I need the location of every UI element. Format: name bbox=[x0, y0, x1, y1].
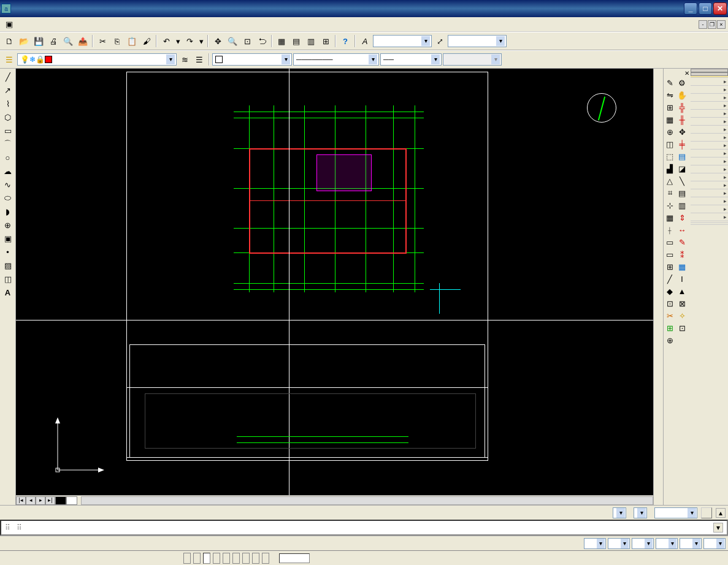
rt-walll-icon[interactable]: ╪ bbox=[676, 138, 688, 150]
menu-edit[interactable] bbox=[23, 23, 31, 26]
rt-slab2-icon[interactable]: ▤ bbox=[676, 150, 688, 162]
point-tool[interactable]: • bbox=[1, 245, 15, 259]
command-line[interactable]: ⠿ ⠿ ▾ bbox=[0, 520, 728, 536]
rt-other2-icon[interactable]: ⊠ bbox=[676, 297, 688, 309]
undo-button[interactable]: ↶ bbox=[159, 34, 173, 48]
plot-scale-combo[interactable] bbox=[634, 507, 647, 518]
menu-tstools[interactable] bbox=[141, 23, 148, 26]
dbconnect-button[interactable]: ⊞ bbox=[319, 34, 332, 48]
hscrollbar[interactable] bbox=[81, 496, 653, 505]
rt-rebar-icon[interactable]: ⊹ bbox=[664, 199, 676, 211]
tssd-item-column[interactable]: ▸ bbox=[691, 94, 728, 102]
scroll-up-icon[interactable]: ▴ bbox=[716, 508, 726, 518]
menu-zoom[interactable] bbox=[112, 23, 119, 26]
rt-found-icon[interactable]: △ bbox=[664, 175, 676, 187]
rt-symbol2-icon[interactable]: ✧ bbox=[676, 309, 688, 322]
combo-d[interactable] bbox=[656, 538, 678, 549]
menu-modify[interactable] bbox=[75, 23, 82, 26]
circle-tool[interactable]: ○ bbox=[1, 151, 15, 164]
tssd-item-stair[interactable]: ▸ bbox=[691, 126, 728, 134]
rt-pencil-icon[interactable]: ✎ bbox=[664, 77, 676, 89]
match-button[interactable]: 🖌 bbox=[140, 34, 153, 48]
rt-hand-icon[interactable]: ✋ bbox=[676, 89, 688, 101]
otrack-toggle[interactable] bbox=[232, 553, 240, 564]
new-button[interactable]: 🗋 bbox=[2, 34, 16, 48]
spline-tool[interactable]: ∿ bbox=[1, 178, 15, 191]
rt-move-icon[interactable]: ✥ bbox=[676, 126, 688, 138]
rt-beam-icon[interactable]: ⊕ bbox=[664, 126, 676, 138]
model-viewport[interactable] bbox=[16, 69, 653, 495]
tssd-item-wall[interactable]: ▸ bbox=[691, 110, 728, 118]
rt-col2-icon[interactable]: ╫ bbox=[676, 113, 688, 126]
hatch-tool[interactable]: ▨ bbox=[1, 259, 15, 272]
tssd-item-table[interactable]: ▸ bbox=[691, 189, 728, 197]
redo-dropdown[interactable]: ▾ bbox=[197, 34, 205, 48]
tssd-item-rebar[interactable]: ▸ bbox=[691, 150, 728, 157]
snap-toggle[interactable] bbox=[183, 553, 191, 564]
draw-scale-combo[interactable] bbox=[613, 507, 626, 518]
app-menu-icon[interactable]: ▣ bbox=[2, 18, 16, 31]
combo-f[interactable] bbox=[703, 538, 726, 549]
rt-steel-icon[interactable]: ╱ bbox=[664, 273, 676, 285]
pan-button[interactable]: ✥ bbox=[211, 34, 224, 48]
rt-rtool-icon[interactable]: ▦ bbox=[664, 211, 676, 224]
scroll-first[interactable]: |◂ bbox=[16, 496, 26, 505]
rt-wall-icon[interactable]: ◫ bbox=[664, 138, 676, 150]
menu-file[interactable] bbox=[16, 23, 23, 26]
rt-solid2-icon[interactable]: ▲ bbox=[676, 285, 688, 297]
tssd-item-library[interactable] bbox=[691, 223, 728, 225]
layer-manager-button[interactable]: ☰ bbox=[2, 53, 16, 66]
combo-b[interactable] bbox=[608, 538, 630, 549]
mtext-tool[interactable]: A bbox=[1, 286, 15, 299]
rt-axis-icon[interactable]: ⊞ bbox=[664, 101, 676, 113]
redo-button[interactable]: ↷ bbox=[183, 34, 196, 48]
lineweight-combo[interactable]: ── bbox=[380, 53, 442, 66]
help-button-2[interactable] bbox=[701, 507, 712, 518]
rt-line-icon[interactable]: ╲ bbox=[676, 175, 688, 187]
region-tool[interactable]: ◫ bbox=[1, 272, 15, 286]
dimstyle-combo[interactable] bbox=[448, 35, 507, 47]
rt-rebar2-icon[interactable]: ▥ bbox=[676, 199, 688, 211]
rt-rtool2-icon[interactable]: ⇕ bbox=[676, 211, 688, 224]
menu-help[interactable] bbox=[90, 23, 97, 26]
rt-slab-icon[interactable]: ⬚ bbox=[664, 150, 676, 162]
layer-combo[interactable]: 💡❄🔒 bbox=[17, 53, 177, 66]
tab-model[interactable] bbox=[55, 496, 66, 505]
tssd-item-axis[interactable]: ▸ bbox=[691, 86, 728, 94]
grid-toggle[interactable] bbox=[193, 553, 201, 564]
tssd-item-dim[interactable]: ▸ bbox=[691, 165, 728, 173]
rt-extra-icon[interactable]: ⊕ bbox=[664, 334, 676, 346]
combo-a[interactable] bbox=[584, 538, 606, 549]
line-tool[interactable]: ╱ bbox=[1, 70, 15, 83]
xline-tool[interactable]: ↗ bbox=[1, 83, 15, 97]
tssd-item-ext[interactable]: ▸ bbox=[691, 78, 728, 86]
menu-tsplane[interactable] bbox=[97, 23, 104, 26]
rt-other-icon[interactable]: ⊡ bbox=[664, 297, 676, 309]
arc-tool[interactable]: ⌒ bbox=[1, 137, 15, 151]
menu-express[interactable] bbox=[119, 23, 126, 26]
toolpalette-button[interactable]: ▥ bbox=[304, 34, 318, 48]
cut-button[interactable]: ✂ bbox=[96, 34, 109, 48]
properties-button[interactable]: ▦ bbox=[275, 34, 288, 48]
help-button[interactable]: ? bbox=[339, 34, 352, 48]
zoom-prev-button[interactable]: ⮌ bbox=[255, 34, 269, 48]
layer-prev-button[interactable]: ≋ bbox=[178, 53, 191, 66]
close-button[interactable]: ✕ bbox=[713, 2, 727, 15]
publish-button[interactable]: 📤 bbox=[76, 34, 90, 48]
minimize-button[interactable]: _ bbox=[684, 2, 697, 15]
menu-draw[interactable] bbox=[60, 23, 67, 26]
rt-lib-icon[interactable]: ⊞ bbox=[664, 322, 676, 334]
etrack-toggle[interactable] bbox=[262, 553, 269, 564]
mdi-close[interactable]: × bbox=[717, 20, 726, 29]
osnap-toggle[interactable] bbox=[223, 553, 230, 564]
paste-button[interactable]: 📋 bbox=[125, 34, 139, 48]
rt-text-icon[interactable]: ▭ bbox=[664, 236, 676, 248]
undo-dropdown[interactable]: ▾ bbox=[174, 34, 182, 48]
rt-table2-icon[interactable]: ▦ bbox=[676, 260, 688, 273]
tssd-item-other[interactable]: ▸ bbox=[691, 213, 728, 221]
open-button[interactable]: 📂 bbox=[17, 34, 31, 48]
revcloud-tool[interactable]: ☁ bbox=[1, 164, 15, 178]
menu-window[interactable] bbox=[82, 23, 90, 26]
rt-setting-icon[interactable]: ⚙ bbox=[676, 77, 688, 89]
rt-steel2-icon[interactable]: Ⅰ bbox=[676, 273, 688, 285]
